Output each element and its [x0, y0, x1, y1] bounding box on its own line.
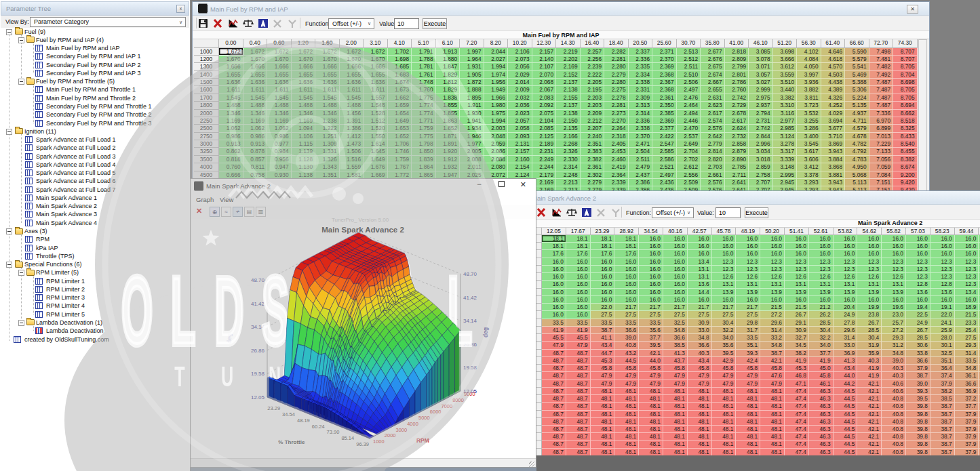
- svg-text:85.14: 85.14: [341, 435, 354, 441]
- svg-text:3000: 3000: [396, 427, 408, 433]
- svg-text:34.14: 34.14: [251, 324, 265, 330]
- svg-text:34.54: 34.54: [282, 411, 295, 417]
- svg-text:4000: 4000: [407, 421, 418, 427]
- svg-text:deg: deg: [226, 333, 233, 344]
- svg-text:48.70: 48.70: [251, 277, 265, 283]
- svg-text:8000: 8000: [452, 397, 464, 403]
- svg-text:RPM: RPM: [416, 437, 429, 444]
- svg-text:2000: 2000: [385, 432, 396, 438]
- svg-text:34.14: 34.14: [463, 318, 477, 324]
- svg-text:96.39: 96.39: [356, 441, 369, 447]
- svg-text:73.90: 73.90: [327, 429, 340, 435]
- svg-text:19.58: 19.58: [251, 371, 265, 377]
- svg-text:TunerPro_ Version 5.00: TunerPro_ Version 5.00: [332, 217, 389, 223]
- svg-text:41.42: 41.42: [463, 295, 477, 301]
- svg-text:41.42: 41.42: [251, 301, 265, 307]
- svg-text:19.58: 19.58: [463, 365, 477, 371]
- svg-text:7000: 7000: [442, 403, 453, 409]
- svg-text:26.86: 26.86: [463, 342, 477, 348]
- svg-text:% Throttle: % Throttle: [278, 439, 305, 445]
- svg-text:1000: 1000: [373, 438, 385, 445]
- svg-text:5000: 5000: [418, 415, 430, 421]
- svg-text:deg: deg: [482, 327, 489, 337]
- svg-text:48.19: 48.19: [297, 417, 310, 424]
- svg-text:Main Spark Advance 2: Main Spark Advance 2: [321, 226, 404, 234]
- svg-text:26.86: 26.86: [251, 348, 265, 354]
- svg-text:48.70: 48.70: [463, 271, 477, 277]
- svg-text:12.05: 12.05: [251, 394, 265, 401]
- svg-text:60.24: 60.24: [312, 424, 325, 430]
- svg-text:23.29: 23.29: [267, 405, 280, 411]
- svg-text:6000: 6000: [430, 409, 442, 415]
- svg-text:9000: 9000: [464, 391, 475, 397]
